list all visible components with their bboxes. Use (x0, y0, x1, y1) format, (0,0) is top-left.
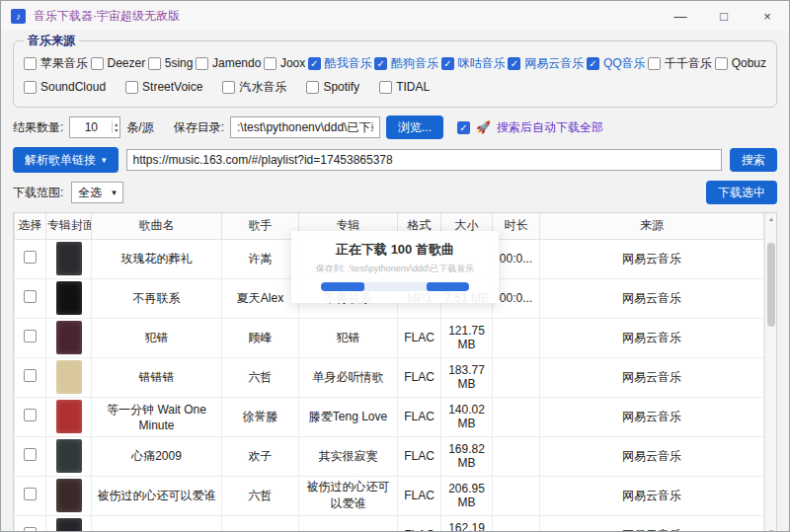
checkbox[interactable]: ✓ (508, 57, 520, 70)
source-checkbox-item[interactable]: ✓酷狗音乐 (374, 55, 438, 72)
source-checkbox-item[interactable]: ✓咪咕音乐 (441, 55, 506, 72)
checkbox[interactable]: ✓ (308, 57, 321, 70)
column-header[interactable]: 选择 (15, 213, 46, 239)
source-checkbox-item[interactable]: Jamendo (196, 56, 261, 70)
music-sources-label: 音乐来源 (24, 33, 79, 49)
checkbox[interactable] (222, 81, 235, 94)
checkbox[interactable] (91, 57, 104, 70)
checkbox[interactable] (715, 57, 728, 70)
auto-download-checkbox[interactable]: ✓ (457, 121, 470, 134)
source-checkbox-item[interactable]: 苹果音乐 (24, 55, 88, 72)
row-checkbox[interactable] (24, 488, 37, 500)
column-header[interactable]: 来源 (540, 213, 764, 239)
table-row[interactable]: 犯错顾峰犯错FLAC121.75 MB网易云音乐 (15, 318, 764, 357)
browse-button[interactable]: 浏览... (386, 115, 443, 139)
auto-download-label: 搜索后自动下载全部 (497, 119, 603, 136)
artist: 许嵩 (222, 239, 299, 278)
row-checkbox[interactable] (24, 448, 37, 461)
checkbox[interactable] (125, 81, 138, 94)
source-label: StreetVoice (142, 80, 202, 94)
minimize-button[interactable]: — (659, 1, 702, 31)
sources-row-2: SoundCloudStreetVoice汽水音乐SpotifyTIDAL (24, 75, 766, 99)
table-row[interactable]: 被伤过的心还可以爱谁六哲被伤过的心还可以爱谁FLAC206.95 MB网易云音乐 (15, 476, 764, 515)
maximize-button[interactable]: □ (702, 1, 746, 31)
checkbox[interactable] (306, 81, 319, 94)
source-checkbox-item[interactable]: ✓QQ音乐 (587, 55, 646, 72)
playlist-url-input[interactable] (126, 149, 722, 171)
checkbox[interactable] (264, 57, 276, 70)
result-count-spinner[interactable]: 10 ▴▾ (69, 116, 120, 138)
download-progress-bar (321, 282, 469, 291)
source-checkbox-item[interactable]: Qobuz (715, 56, 766, 70)
checkbox[interactable] (196, 57, 208, 70)
source-label: QQ音乐 (603, 55, 646, 72)
checkbox[interactable] (148, 57, 161, 70)
artist: 徐誉滕 (222, 397, 299, 436)
checkbox[interactable]: ✓ (441, 57, 454, 70)
parse-playlist-button[interactable]: 解析歌单链接 ▾ (13, 147, 118, 173)
window-title: 音乐下载器·宇宙超级无敌版 (34, 8, 180, 25)
source-checkbox-item[interactable]: ✓酷我音乐 (308, 55, 372, 72)
download-selected-button[interactable]: 下载选中 (706, 181, 777, 204)
artist: 夏天Alex (222, 278, 299, 318)
spinner-arrows-icon[interactable]: ▴▾ (112, 121, 119, 133)
source-checkbox-item[interactable]: Joox (264, 56, 305, 70)
album-cover (56, 400, 82, 433)
source-checkbox-item[interactable]: Spotify (306, 80, 359, 94)
checkbox[interactable] (24, 57, 37, 70)
checkbox[interactable] (24, 81, 37, 94)
scrollbar-thumb[interactable] (767, 243, 775, 327)
source: 网易云音乐 (540, 357, 764, 397)
results-table-container: 选择专辑封面歌曲名歌手专辑格式大小时长来源 玫瑰花的葬礼许嵩00:0...网易云… (13, 212, 777, 532)
column-header[interactable]: 时长 (493, 213, 540, 239)
chevron-down-icon: ▾ (102, 155, 107, 165)
source-checkbox-item[interactable]: TIDAL (379, 80, 430, 94)
source-label: 酷我音乐 (325, 55, 372, 72)
auto-download-option[interactable]: ✓ 🚀 搜索后自动下载全部 (457, 119, 603, 136)
table-row[interactable]: 等一分钟 Wait One Minute徐誉滕滕爱Teng LoveFLAC14… (15, 397, 764, 436)
download-range-dropdown[interactable]: 全选 ▾ (71, 182, 123, 203)
row-checkbox[interactable] (24, 330, 37, 342)
source-checkbox-item[interactable]: 汽水音乐 (222, 79, 286, 96)
duration (493, 515, 540, 532)
column-header[interactable]: 专辑封面 (46, 213, 92, 239)
source-checkbox-item[interactable]: StreetVoice (125, 80, 202, 94)
result-count-unit: 条/源 (126, 119, 153, 136)
vertical-scrollbar[interactable]: ▴ ▾ (764, 213, 776, 532)
checkbox[interactable]: ✓ (374, 57, 387, 70)
source-checkbox-item[interactable]: ✓网易云音乐 (508, 55, 584, 72)
source: 网易云音乐 (540, 239, 764, 278)
table-row[interactable]: 错错错六哲单身必听情歌FLAC183.77 MB网易云音乐 (15, 357, 764, 397)
row-checkbox[interactable] (24, 251, 37, 264)
column-header[interactable]: 歌曲名 (92, 213, 222, 239)
search-button[interactable]: 搜索 (730, 148, 777, 172)
checkbox[interactable]: ✓ (587, 57, 599, 70)
save-dir-input[interactable] (230, 116, 380, 138)
checkbox[interactable] (648, 57, 661, 70)
scroll-up-icon[interactable]: ▴ (765, 215, 777, 223)
row-checkbox[interactable] (24, 369, 37, 382)
row-checkbox[interactable] (24, 409, 37, 421)
column-header[interactable]: 歌手 (222, 213, 299, 239)
table-row[interactable]: FLAC162.19 MB网易云音乐 (15, 515, 764, 532)
checkbox[interactable] (379, 81, 392, 94)
download-progress-dialog: 正在下载 100 首歌曲 保存到: :\test\pythonenv\ddd\已… (291, 231, 499, 303)
size: 206.95 MB (441, 476, 493, 515)
source-checkbox-item[interactable]: Deezer (91, 56, 146, 70)
download-range-row: 下载范围: 全选 ▾ 下载选中 (13, 181, 777, 204)
app-icon: ♪ (11, 9, 26, 24)
source-checkbox-item[interactable]: SoundCloud (24, 80, 106, 94)
table-row[interactable]: 心痛2009欢子其实很寂寞FLAC169.82 MB网易云音乐 (15, 436, 764, 476)
source-checkbox-item[interactable]: 5sing (148, 56, 194, 70)
progress-segment (321, 282, 364, 291)
scroll-down-icon[interactable]: ▾ (765, 528, 777, 532)
close-button[interactable]: × (746, 1, 789, 31)
row-checkbox[interactable] (24, 290, 37, 303)
source: 网易云音乐 (540, 278, 764, 318)
playlist-row: 解析歌单链接 ▾ 搜索 (13, 147, 777, 173)
main-content: 音乐来源 苹果音乐Deezer5singJamendoJoox✓酷我音乐✓酷狗音… (1, 31, 789, 532)
source-label: TIDAL (396, 80, 430, 94)
song-name: 玫瑰花的葬礼 (92, 239, 222, 278)
source-checkbox-item[interactable]: 千千音乐 (648, 55, 712, 72)
row-checkbox[interactable] (24, 527, 37, 532)
